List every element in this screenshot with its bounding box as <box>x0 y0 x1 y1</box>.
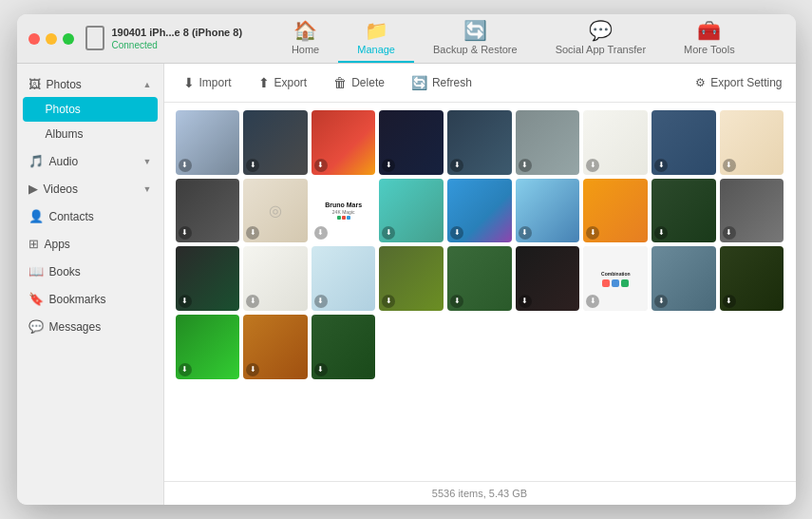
photo-item[interactable] <box>720 246 784 311</box>
device-icon <box>85 26 104 50</box>
sidebar-item-photos[interactable]: Photos <box>23 97 158 122</box>
sidebar-header-apps[interactable]: ⊞ Apps <box>17 231 163 257</box>
bookmarks-header-icon: 🔖 <box>28 292 44 306</box>
sidebar-section-audio: 🎵 Audio ▼ <box>17 148 163 174</box>
photo-item[interactable] <box>379 246 444 311</box>
backup-icon: 🔄 <box>463 21 487 40</box>
photos-header-icon: 🖼 <box>28 77 41 91</box>
export-label: Export <box>274 76 308 89</box>
close-button[interactable] <box>28 33 40 45</box>
photo-item[interactable] <box>379 110 444 175</box>
photo-item[interactable] <box>651 179 716 243</box>
photo-item[interactable] <box>447 110 512 175</box>
sidebar-header-left: 🖼 Photos <box>28 77 82 91</box>
photos-chevron-icon: ▲ <box>143 80 152 89</box>
sidebar-messages-left: 💬 Messages <box>28 319 102 334</box>
sidebar-section-books: 📖 Books <box>17 259 163 284</box>
photo-item[interactable] <box>720 179 784 243</box>
photo-item[interactable] <box>516 179 580 243</box>
sidebar-header-videos[interactable]: ▶ Videos ▼ <box>17 176 163 202</box>
photo-item[interactable] <box>651 246 716 311</box>
sidebar-bookmarks-left: 🔖 Bookmarks <box>28 292 106 306</box>
delete-button[interactable]: 🗑 Delete <box>328 71 390 94</box>
sidebar-apps-left: ⊞ Apps <box>28 237 70 251</box>
sidebar-photos-item-label: Photos <box>46 103 81 116</box>
photo-item[interactable] <box>176 179 240 243</box>
sidebar-contacts-label: Contacts <box>49 210 94 223</box>
minimize-button[interactable] <box>46 33 57 45</box>
photo-item[interactable] <box>583 110 648 175</box>
photo-item[interactable] <box>720 110 784 175</box>
device-status: Connected <box>112 39 243 51</box>
sidebar-header-books[interactable]: 📖 Books <box>17 259 163 284</box>
import-label: Import <box>199 76 232 89</box>
photo-item[interactable]: Combination <box>583 246 648 311</box>
maximize-button[interactable] <box>63 33 74 45</box>
sidebar-header-bookmarks[interactable]: 🔖 Bookmarks <box>17 286 163 312</box>
home-icon: 🏠 <box>293 21 317 40</box>
sidebar-videos-left: ▶ Videos <box>28 182 78 196</box>
sidebar-contacts-left: 👤 Contacts <box>28 209 94 223</box>
export-button[interactable]: ⬆ Export <box>253 71 313 94</box>
status-bar: 5536 items, 5.43 GB <box>164 481 796 505</box>
gear-icon: ⚙ <box>695 76 706 89</box>
tab-backup-restore-label: Backup & Restore <box>433 44 518 55</box>
videos-header-icon: ▶ <box>28 182 38 196</box>
tab-home[interactable]: 🏠 Home <box>273 14 338 63</box>
photo-item[interactable] <box>447 179 512 243</box>
sidebar-header-photos[interactable]: 🖼 Photos ▲ <box>17 71 163 97</box>
import-button[interactable]: ⬇ Import <box>178 71 237 94</box>
sidebar-item-albums[interactable]: Albums <box>17 122 163 146</box>
sidebar-header-contacts[interactable]: 👤 Contacts <box>17 203 163 229</box>
photo-item[interactable]: ◎ <box>243 179 308 243</box>
tab-backup-restore[interactable]: 🔄 Backup & Restore <box>414 14 537 63</box>
export-setting-button[interactable]: ⚙ Export Setting <box>695 76 782 89</box>
photo-item[interactable] <box>243 246 308 311</box>
photo-item[interactable] <box>651 110 716 175</box>
tab-home-label: Home <box>292 44 319 55</box>
photo-item[interactable] <box>312 110 376 175</box>
refresh-button[interactable]: 🔄 Refresh <box>406 71 478 94</box>
photo-item[interactable] <box>583 179 648 243</box>
device-text: 190401 iPh...e 8 (iPhone 8) Connected <box>112 26 243 51</box>
photo-grid: ◎ Bruno Mars 24K Magic <box>164 103 796 481</box>
delete-label: Delete <box>351 76 385 89</box>
photo-item[interactable]: Bruno Mars 24K Magic <box>312 179 376 243</box>
export-icon: ⬆ <box>258 75 270 90</box>
photo-item[interactable] <box>516 246 580 311</box>
photo-item[interactable] <box>312 246 376 311</box>
sidebar-messages-label: Messages <box>49 320 102 334</box>
app-store-overlay: Combination <box>583 246 648 311</box>
export-setting-label: Export Setting <box>710 76 782 89</box>
sidebar-audio-label: Audio <box>49 155 79 168</box>
photo-item[interactable] <box>243 110 308 175</box>
audio-chevron-icon: ▼ <box>143 157 152 166</box>
sidebar-header-messages[interactable]: 💬 Messages <box>17 314 163 339</box>
titlebar: 190401 iPh...e 8 (iPhone 8) Connected 🏠 … <box>17 14 796 64</box>
photo-item[interactable] <box>176 110 240 175</box>
photo-item[interactable] <box>312 315 376 379</box>
tab-social-transfer[interactable]: 💬 Social App Transfer <box>537 14 665 63</box>
messages-header-icon: 💬 <box>28 319 44 334</box>
sidebar: 🖼 Photos ▲ Photos Albums 🎵 Audio <box>17 64 164 505</box>
photo-item[interactable] <box>447 246 512 311</box>
sidebar-videos-label: Videos <box>44 183 78 196</box>
photo-item[interactable] <box>243 315 308 379</box>
device-info: 190401 iPh...e 8 (iPhone 8) Connected <box>85 26 243 51</box>
photo-item[interactable] <box>176 246 240 311</box>
tab-more-tools[interactable]: 🧰 More Tools <box>665 14 754 63</box>
sidebar-books-label: Books <box>49 265 81 279</box>
sidebar-header-audio[interactable]: 🎵 Audio ▼ <box>17 148 163 174</box>
sidebar-books-left: 📖 Books <box>28 264 81 279</box>
photo-item[interactable] <box>176 315 240 379</box>
import-icon: ⬇ <box>183 75 195 90</box>
photo-item[interactable] <box>379 179 444 243</box>
sidebar-section-photos: 🖼 Photos ▲ Photos Albums <box>17 71 163 146</box>
sidebar-apps-label: Apps <box>45 238 70 251</box>
content-area: ⬇ Import ⬆ Export 🗑 Delete 🔄 Refresh <box>164 64 796 505</box>
photo-item[interactable] <box>516 110 580 175</box>
sidebar-bookmarks-label: Bookmarks <box>49 293 106 306</box>
sidebar-section-bookmarks: 🔖 Bookmarks <box>17 286 163 312</box>
tab-manage[interactable]: 📁 Manage <box>338 14 414 63</box>
sidebar-section-videos: ▶ Videos ▼ <box>17 176 163 202</box>
